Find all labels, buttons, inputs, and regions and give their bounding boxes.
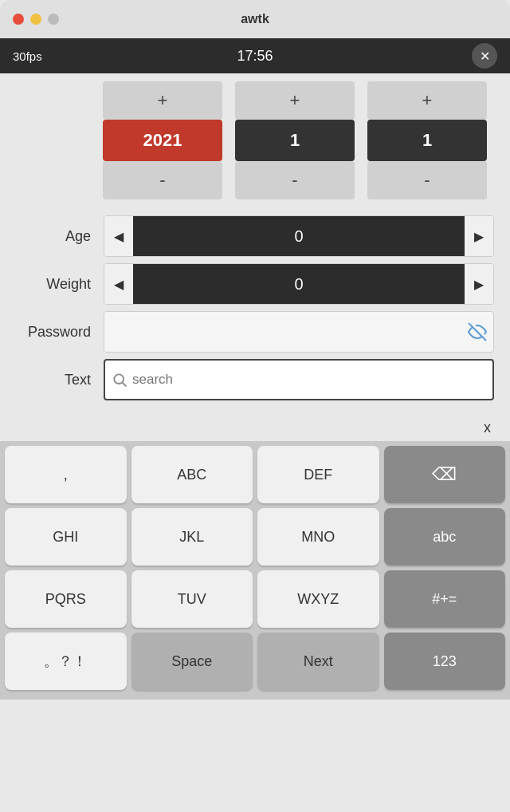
key-abc-caps[interactable]: ABC (131, 446, 253, 503)
weight-value: 0 (133, 263, 465, 305)
keyboard-row-2: GHI JKL MNO abc (5, 508, 505, 566)
keyboard-row-4: 。？！ Space Next 123 (5, 633, 505, 690)
age-label: Age (16, 228, 104, 245)
age-value: 0 (133, 215, 465, 257)
key-def[interactable]: DEF (257, 446, 379, 503)
minimize-button[interactable] (30, 14, 41, 25)
spinner-2-value: 1 (235, 120, 355, 161)
spinner-2-increment[interactable]: + (235, 81, 355, 120)
key-ghi[interactable]: GHI (5, 508, 127, 566)
key-abc-lower[interactable]: abc (384, 508, 506, 566)
key-comma[interactable]: , (5, 446, 127, 503)
window-title: awtk (241, 12, 269, 26)
text-search-control (104, 359, 494, 400)
weight-increment[interactable]: ▶ (465, 263, 493, 305)
weight-decrement[interactable]: ◀ (104, 263, 133, 305)
key-pqrs[interactable]: PQRS (5, 570, 127, 628)
close-button[interactable] (13, 14, 24, 25)
spinner-1-increment[interactable]: + (103, 81, 222, 120)
spinner-col-2: + 1 - (235, 81, 355, 199)
search-input[interactable] (132, 372, 486, 388)
age-decrement[interactable]: ◀ (104, 215, 133, 257)
spinner-col-1: + 2021 - (103, 81, 222, 199)
password-control (104, 311, 494, 353)
fps-label: 30fps (13, 49, 42, 63)
status-bar: 30fps 17:56 ✕ (0, 38, 510, 73)
text-row: Text (16, 359, 494, 400)
spinner-col-3: + 1 - (367, 81, 487, 199)
key-space[interactable]: Space (131, 633, 253, 690)
age-row: Age ◀ 0 ▶ (16, 215, 494, 257)
text-label: Text (16, 372, 104, 388)
status-close-button[interactable]: ✕ (472, 43, 497, 69)
svg-point-1 (114, 374, 124, 384)
weight-row: Weight ◀ 0 ▶ (16, 263, 494, 305)
password-input[interactable] (104, 311, 461, 353)
search-icon (112, 372, 128, 388)
x-row: x (0, 415, 510, 441)
key-mno[interactable]: MNO (257, 508, 379, 566)
key-jkl[interactable]: JKL (131, 508, 253, 566)
key-123[interactable]: 123 (384, 633, 506, 690)
spinner-3-value: 1 (367, 120, 487, 161)
x-close-button[interactable]: x (477, 418, 497, 438)
form-section: Age ◀ 0 ▶ Weight ◀ 0 ▶ Password (0, 207, 510, 415)
window-controls (13, 14, 59, 25)
password-label: Password (16, 324, 104, 341)
keyboard-row-3: PQRS TUV WXYZ #+= (5, 570, 505, 628)
spinner-3-increment[interactable]: + (367, 81, 487, 120)
key-wxyz[interactable]: WXYZ (257, 570, 379, 628)
spinner-1-decrement[interactable]: - (103, 161, 222, 199)
key-tuv[interactable]: TUV (131, 570, 253, 628)
maximize-button[interactable] (48, 14, 59, 25)
eye-icon[interactable] (461, 311, 493, 353)
spinner-section: + 2021 - + 1 - + 1 - (0, 73, 510, 207)
age-increment[interactable]: ▶ (465, 215, 493, 257)
spinner-3-decrement[interactable]: - (367, 161, 487, 199)
age-control: ◀ 0 ▶ (104, 215, 494, 257)
time-label: 17:56 (237, 48, 273, 65)
spinner-1-value: 2021 (103, 120, 222, 161)
key-symbols[interactable]: #+= (384, 570, 506, 628)
key-punctuation[interactable]: 。？！ (5, 633, 127, 690)
svg-line-2 (123, 383, 127, 387)
key-backspace[interactable]: ⌫ (384, 446, 506, 503)
password-row: Password (16, 311, 494, 353)
weight-label: Weight (16, 276, 104, 293)
spinner-2-decrement[interactable]: - (235, 161, 355, 199)
keyboard-row-1: , ABC DEF ⌫ (5, 446, 505, 503)
key-next[interactable]: Next (257, 633, 379, 690)
weight-control: ◀ 0 ▶ (104, 263, 494, 305)
keyboard: , ABC DEF ⌫ GHI JKL MNO abc PQRS TUV WXY… (0, 441, 510, 700)
title-bar: awtk (0, 0, 510, 38)
